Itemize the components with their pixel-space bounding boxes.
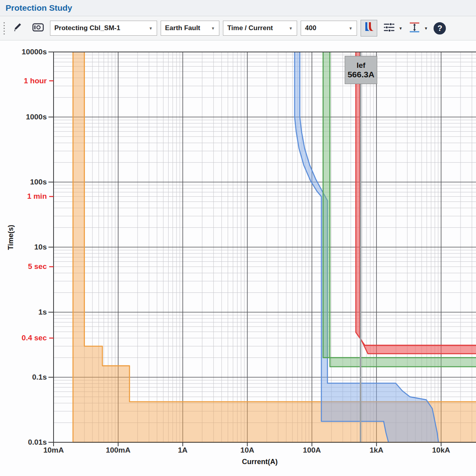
x-tick-label: 10kA bbox=[413, 446, 469, 455]
toolbar-drag-handle[interactable] bbox=[2, 22, 6, 35]
pencil-icon bbox=[13, 22, 23, 34]
y-tick-label: 1s bbox=[0, 307, 47, 317]
toolbar: Protecting Cbl_SM-1 ▼ Earth Fault ▼ Time… bbox=[0, 16, 476, 40]
device-dropdown-value: Protecting Cbl_SM-1 bbox=[54, 24, 120, 32]
help-icon: ? bbox=[434, 22, 446, 35]
x-tick-label: 100A bbox=[284, 446, 340, 455]
chevron-down-icon[interactable]: ▼ bbox=[424, 26, 428, 31]
snapshot-button[interactable] bbox=[30, 20, 46, 36]
relay-red-band bbox=[356, 52, 476, 354]
y-red-mark-label: 0.4 sec bbox=[0, 333, 47, 343]
page-title: Protection Study bbox=[6, 3, 72, 13]
sliders-icon bbox=[383, 22, 395, 35]
chevron-down-icon: ▼ bbox=[206, 26, 215, 31]
chevron-down-icon: ▼ bbox=[144, 26, 153, 31]
x-tick-label: 10mA bbox=[26, 446, 81, 455]
chevron-down-icon: ▼ bbox=[284, 26, 293, 31]
y-red-mark-label: 5 sec bbox=[0, 262, 47, 271]
chart-panel: 10000s1000s100s10s1s0.1s0.01s1 hour1 min… bbox=[0, 40, 476, 476]
chevron-down-icon: ▼ bbox=[344, 26, 353, 31]
ief-marker-label[interactable]: Ief 566.3A bbox=[345, 56, 377, 84]
relay-green-band bbox=[323, 52, 476, 367]
curves-icon bbox=[364, 21, 374, 35]
help-button[interactable]: ? bbox=[432, 20, 448, 36]
camera-icon bbox=[32, 23, 44, 34]
ibeam-marker-icon bbox=[409, 21, 420, 35]
ief-marker-name: Ief bbox=[357, 61, 365, 70]
chevron-down-icon[interactable]: ▼ bbox=[399, 26, 403, 31]
y-tick-label: 1000s bbox=[0, 112, 47, 122]
voltage-dropdown[interactable]: 400 ▼ bbox=[301, 21, 357, 36]
fault-type-dropdown-value: Earth Fault bbox=[165, 24, 200, 32]
device-dropdown[interactable]: Protecting Cbl_SM-1 ▼ bbox=[50, 21, 157, 36]
x-axis-title: Current(A) bbox=[234, 458, 286, 466]
edit-button[interactable] bbox=[10, 20, 26, 36]
y-axis-title: Time(s) bbox=[7, 214, 15, 261]
marker-tool-button[interactable] bbox=[406, 20, 423, 36]
y-red-mark-label: 1 hour bbox=[0, 76, 47, 86]
y-tick-label: 100s bbox=[0, 177, 47, 187]
x-tick-label: 100mA bbox=[90, 446, 146, 455]
curves-toggle-button[interactable] bbox=[361, 20, 377, 36]
x-tick-label: 10A bbox=[220, 446, 275, 455]
plot-type-dropdown-value: Time / Current bbox=[227, 24, 273, 32]
y-red-mark-label: 1 min bbox=[0, 192, 47, 201]
window-titlebar: Protection Study bbox=[0, 0, 476, 16]
x-tick-label: 1A bbox=[155, 446, 211, 455]
plot-type-dropdown[interactable]: Time / Current ▼ bbox=[223, 21, 297, 36]
curve-settings-button[interactable] bbox=[381, 20, 397, 36]
voltage-dropdown-value: 400 bbox=[305, 24, 316, 32]
fault-type-dropdown[interactable]: Earth Fault ▼ bbox=[161, 21, 219, 36]
time-current-plot[interactable] bbox=[0, 40, 476, 476]
y-tick-label: 0.1s bbox=[0, 372, 47, 382]
ief-marker-value: 566.3A bbox=[347, 70, 374, 79]
y-tick-label: 10000s bbox=[0, 47, 47, 57]
x-tick-label: 1kA bbox=[349, 446, 404, 455]
